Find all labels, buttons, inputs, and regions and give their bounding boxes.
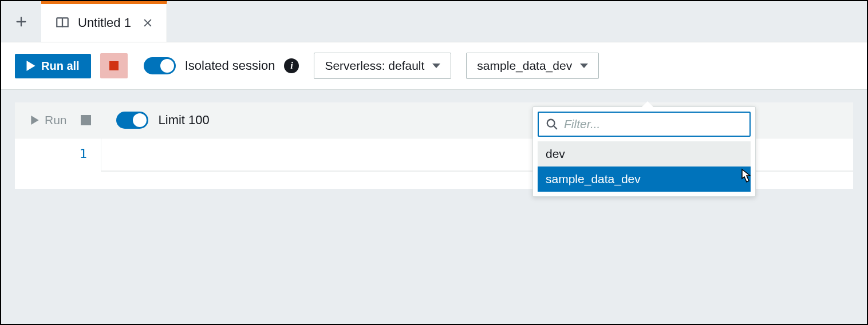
cell-run-label: Run	[45, 113, 67, 127]
tab-untitled-1[interactable]: Untitled 1	[41, 1, 167, 42]
svg-line-7	[554, 126, 557, 129]
toggle-knob	[160, 59, 174, 73]
isolated-session-label: Isolated session	[185, 58, 275, 73]
plus-icon	[15, 15, 27, 28]
chevron-down-icon	[580, 64, 588, 68]
database-option-list: dev sample_data_dev	[533, 141, 755, 196]
database-dropdown[interactable]: sample_data_dev	[466, 53, 599, 79]
tab-bar: Untitled 1	[1, 1, 867, 42]
run-all-label: Run all	[41, 60, 80, 73]
tab-close-button[interactable]	[143, 18, 153, 28]
limit-toggle[interactable]	[116, 112, 148, 129]
add-tab-button[interactable]	[1, 1, 41, 42]
isolated-session-toggle[interactable]	[144, 57, 176, 74]
limit-label: Limit 100	[159, 113, 210, 128]
play-icon	[26, 61, 35, 71]
line-gutter: 1	[15, 138, 101, 172]
cell-run-button[interactable]: Run	[31, 113, 67, 127]
database-dropdown-popup: dev sample_data_dev	[532, 106, 756, 197]
run-all-button[interactable]: Run all	[15, 54, 91, 78]
filter-box	[538, 112, 751, 137]
toggle-knob	[133, 113, 147, 127]
chevron-down-icon	[432, 64, 440, 68]
cell-stop-button[interactable]	[81, 115, 91, 125]
info-icon[interactable]: i	[284, 58, 299, 73]
database-option-sample-data-dev[interactable]: sample_data_dev	[538, 167, 751, 192]
notebook-icon	[55, 15, 70, 30]
database-label: sample_data_dev	[477, 59, 572, 73]
filter-input[interactable]	[564, 117, 743, 131]
connection-label: Serverless: default	[325, 59, 424, 73]
stop-icon	[109, 61, 119, 70]
database-option-dev[interactable]: dev	[538, 141, 751, 167]
svg-marker-4	[27, 61, 35, 71]
search-icon	[546, 118, 558, 130]
stop-all-button[interactable]	[100, 53, 128, 78]
tab-title: Untitled 1	[78, 15, 131, 30]
main-toolbar: Run all Isolated session i Serverless: d…	[1, 42, 867, 90]
connection-dropdown[interactable]: Serverless: default	[314, 53, 451, 79]
play-icon	[31, 116, 39, 125]
svg-marker-5	[31, 116, 38, 125]
close-icon	[143, 18, 153, 28]
line-number: 1	[80, 146, 87, 161]
